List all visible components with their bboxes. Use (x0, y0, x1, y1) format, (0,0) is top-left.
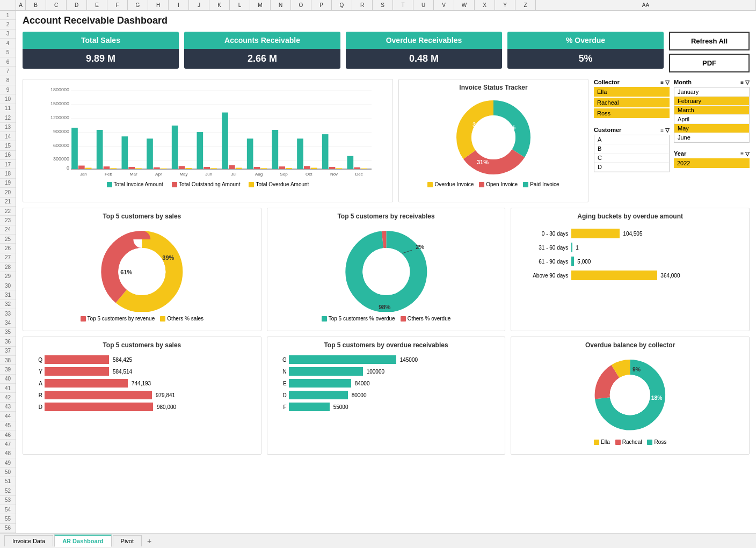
legend-total-invoice: Total Invoice Amount (114, 181, 163, 187)
tab-pivot[interactable]: Pivot (113, 535, 142, 546)
svg-rect-16 (85, 168, 92, 169)
invoice-tracker-svg: 35% 31% 34% (403, 94, 584, 178)
hbar-overdue-label-e: E (276, 381, 287, 386)
hbar-sales-r: R 979,841 (32, 391, 252, 399)
svg-rect-56 (336, 168, 343, 169)
svg-text:39%: 39% (162, 254, 174, 261)
month-scrollbox[interactable]: January February March April May June (674, 87, 750, 143)
hbar-overdue-value-f: 55000 (333, 404, 348, 410)
year-filter-funnel-icon[interactable]: ▽ (745, 151, 750, 157)
svg-rect-44 (261, 168, 267, 169)
month-filter-settings-icon[interactable]: ≡ (740, 79, 744, 85)
year-filter-settings-icon[interactable]: ≡ (740, 151, 744, 157)
month-january[interactable]: January (674, 87, 749, 97)
aging-row-61-90: 61 - 90 days 5,000 (520, 257, 740, 266)
svg-text:May: May (179, 172, 187, 177)
svg-text:Aug: Aug (255, 172, 263, 177)
aging-label-31-60: 31 - 60 days (520, 245, 568, 251)
svg-rect-39 (229, 165, 235, 169)
aging-bar-31-60 (571, 243, 572, 252)
kpi-pct-label: % Overdue (507, 32, 664, 49)
add-tab-button[interactable]: + (143, 535, 156, 547)
top5-sales-donut-title: Top 5 customers by sales (27, 213, 257, 220)
legend-top5-revenue: Top 5 customers by revenue (88, 316, 155, 322)
month-march[interactable]: March (674, 106, 749, 115)
collector-filter-settings-icon[interactable]: ≡ (660, 79, 664, 85)
customer-a[interactable]: A (594, 135, 669, 144)
svg-text:Dec: Dec (355, 172, 363, 177)
month-february[interactable]: February (674, 97, 749, 106)
pdf-button[interactable]: PDF (669, 54, 750, 72)
hbar-overdue-e: E 84000 (276, 379, 497, 388)
svg-text:73%: 73% (616, 403, 627, 408)
top5-sales-bar-box: Top 5 customers by sales Q 584,425 Y 584… (23, 337, 261, 455)
svg-rect-19 (104, 166, 110, 169)
svg-rect-26 (147, 138, 153, 169)
svg-rect-58 (347, 156, 354, 169)
collector-donut-title: Overdue balance by collector (515, 341, 745, 349)
collector-filter-funnel-icon[interactable]: ▽ (665, 79, 670, 85)
legend-top5-overdue: Top 5 customers % overdue (329, 316, 395, 322)
legend-ella: Ella (601, 439, 610, 445)
svg-rect-42 (247, 138, 253, 169)
svg-rect-54 (322, 134, 329, 169)
hbar-overdue-n: N 100000 (276, 367, 497, 376)
collector-ella[interactable]: Ella (594, 87, 670, 97)
aging-value-31-60: 1 (576, 245, 579, 251)
kpi-cards: Total Sales 9.89 M Accounts Receivable 2… (23, 32, 664, 72)
svg-rect-46 (272, 130, 279, 169)
hbar-overdue-f: F 55000 (276, 403, 497, 411)
tab-invoice-data[interactable]: Invoice Data (4, 535, 53, 546)
customer-scrollbox[interactable]: A B C D (594, 135, 670, 172)
svg-rect-40 (236, 168, 242, 169)
aging-bar-61-90 (571, 257, 574, 266)
svg-text:0: 0 (67, 165, 69, 171)
top5-receivables-donut-svg: 98% 2% (272, 223, 501, 312)
month-may[interactable]: May (674, 124, 749, 133)
svg-rect-55 (329, 167, 336, 169)
month-filter-funnel-icon[interactable]: ▽ (745, 79, 750, 85)
svg-text:18%: 18% (651, 395, 663, 401)
hbar-label-r: R (32, 392, 42, 398)
svg-rect-52 (311, 168, 317, 169)
svg-rect-27 (154, 167, 160, 169)
kpi-total-sales-label: Total Sales (23, 32, 179, 49)
hbar-bar-d (45, 403, 153, 411)
kpi-overdue-label: Overdue Receivables (346, 32, 502, 49)
customer-filter-funnel-icon[interactable]: ▽ (665, 127, 670, 133)
customer-d[interactable]: D (594, 163, 669, 172)
top5-receivables-donut-legend: Top 5 customers % overdue Others % overd… (272, 316, 501, 322)
svg-text:600000: 600000 (53, 143, 69, 148)
customer-c[interactable]: C (594, 154, 669, 163)
hbar-value-q: 584,425 (113, 357, 132, 363)
svg-rect-36 (210, 168, 217, 169)
refresh-button[interactable]: Refresh All (669, 32, 750, 50)
svg-rect-47 (279, 166, 285, 169)
legend-others-overdue: Others % overdue (408, 316, 451, 322)
aging-buckets-title: Aging buckets by overdue amount (515, 213, 745, 220)
legend-open-invoice: Open Invoice (486, 181, 518, 187)
month-june[interactable]: June (674, 133, 749, 142)
collector-ross[interactable]: Ross (594, 108, 670, 118)
hbar-sales-d: D 980,000 (32, 403, 252, 411)
month-filter-label: Month (674, 79, 692, 85)
customer-b[interactable]: B (594, 144, 669, 154)
hbar-sales-q: Q 584,425 (32, 355, 252, 364)
svg-text:34%: 34% (473, 121, 484, 128)
tab-ar-dashboard[interactable]: AR Dashboard (54, 535, 111, 547)
svg-text:31%: 31% (477, 159, 489, 165)
hbar-sales-y: Y 584,514 (32, 367, 252, 376)
kpi-total-sales: Total Sales 9.89 M (23, 32, 179, 72)
bar-chart-box: 1800000 1500000 1200000 900000 600000 30… (23, 79, 393, 202)
hbar-overdue-value-g: 145000 (400, 357, 418, 363)
customer-filter-settings-icon[interactable]: ≡ (660, 127, 664, 133)
svg-text:1800000: 1800000 (50, 87, 69, 92)
collector-donut-svg: 73% 18% 9% (515, 352, 745, 435)
hbar-bar-a (45, 379, 128, 388)
collector-racheal[interactable]: Racheal (594, 98, 670, 107)
top5-overdue-bars: G 145000 N 100000 E 84000 (272, 352, 501, 418)
month-april[interactable]: April (674, 115, 749, 124)
svg-text:2%: 2% (416, 244, 424, 250)
aging-bar-above-90 (571, 271, 657, 280)
year-2022[interactable]: 2022 (674, 158, 750, 168)
